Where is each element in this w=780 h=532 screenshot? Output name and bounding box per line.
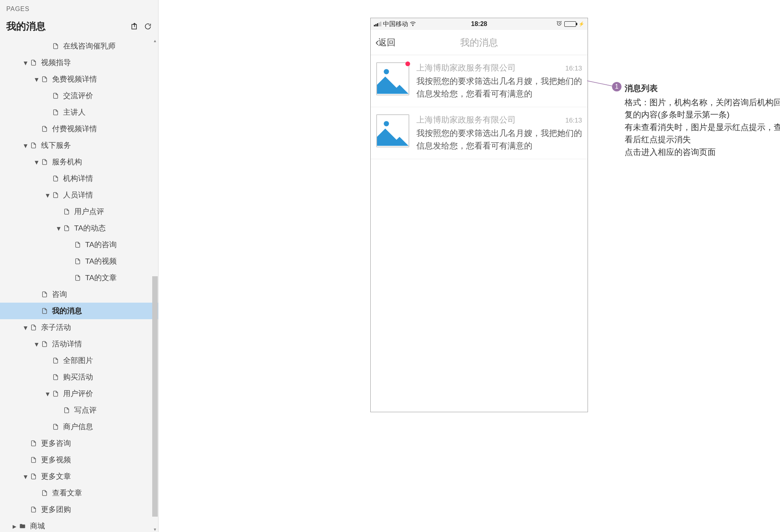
- caret-down-icon[interactable]: ▾: [55, 224, 62, 233]
- scroll-up-arrow[interactable]: ▲: [152, 38, 158, 43]
- tree-item-label: TA的视频: [84, 256, 117, 266]
- file-icon: [51, 109, 60, 115]
- tree-item-2[interactable]: ▾免费视频详情: [0, 71, 158, 87]
- annotation-1: 消息列表 格式：图片，机构名称，关闭咨询后机构回复的内容(多条时显示第一条)有未…: [625, 82, 780, 158]
- tree-item-12[interactable]: TA的咨询: [0, 236, 158, 253]
- tree-item-18[interactable]: ▾活动详情: [0, 336, 158, 352]
- tree-item-label: 我的消息: [50, 306, 82, 316]
- tree-item-29[interactable]: ▸商城: [0, 518, 158, 532]
- message-thumb: [376, 62, 409, 95]
- file-icon: [51, 357, 60, 364]
- alarm-icon: [556, 20, 562, 28]
- tree-item-9[interactable]: ▾人员详情: [0, 187, 158, 203]
- canvas: 中国移动 18:28 ⚡ ‹ 返回 我的消息 上海博助家政服务有限公司16:13…: [159, 0, 780, 532]
- tree-item-17[interactable]: ▾亲子活动: [0, 319, 158, 336]
- svg-line-7: [587, 81, 616, 87]
- pages-header: PAGES: [0, 0, 158, 17]
- tree-item-label: 线下服务: [39, 140, 71, 151]
- tree-item-label: 全部图片: [62, 355, 93, 366]
- annotation-marker-1: 1: [612, 82, 621, 91]
- tree-item-26[interactable]: ▾更多文章: [0, 468, 158, 485]
- tree-item-8[interactable]: 机构详情: [0, 170, 158, 187]
- message-time: 16:13: [565, 117, 582, 125]
- tree-item-11[interactable]: ▾TA的动态: [0, 220, 158, 236]
- caret-right-icon[interactable]: ▸: [11, 522, 18, 531]
- share-icon[interactable]: [131, 22, 138, 30]
- tree-item-label: TA的咨询: [84, 240, 117, 250]
- folder-icon: [18, 523, 27, 529]
- caret-down-icon[interactable]: ▾: [22, 472, 29, 481]
- tree-item-label: 用户点评: [73, 206, 104, 217]
- nav-bar: ‹ 返回 我的消息: [371, 30, 588, 55]
- tree-item-23[interactable]: 商户信息: [0, 419, 158, 435]
- tree-item-16[interactable]: 我的消息: [0, 303, 158, 319]
- annotation-title: 消息列表: [625, 82, 780, 95]
- file-icon: [40, 159, 49, 165]
- caret-down-icon[interactable]: ▾: [22, 58, 29, 67]
- file-icon: [40, 341, 49, 347]
- tree-item-label: 商户信息: [62, 422, 93, 432]
- tree-item-label: 视频指导: [39, 58, 71, 68]
- wifi-icon: [410, 20, 416, 28]
- nav-title: 我的消息: [371, 36, 588, 49]
- tree-item-0[interactable]: 在线咨询催乳师: [0, 38, 158, 54]
- tree-item-22[interactable]: 写点评: [0, 402, 158, 419]
- caret-down-icon[interactable]: ▾: [22, 141, 29, 150]
- tree-item-14[interactable]: TA的文章: [0, 270, 158, 286]
- caret-down-icon[interactable]: ▾: [33, 75, 40, 84]
- charging-icon: ⚡: [578, 21, 584, 27]
- tree-item-label: 更多团购: [39, 504, 71, 515]
- tree-item-6[interactable]: ▾线下服务: [0, 137, 158, 154]
- caret-down-icon[interactable]: ▾: [33, 158, 40, 167]
- back-button[interactable]: ‹ 返回: [375, 36, 396, 48]
- file-icon: [29, 473, 38, 480]
- tree-item-7[interactable]: ▾服务机构: [0, 154, 158, 170]
- tree-item-25[interactable]: 更多视频: [0, 452, 158, 468]
- tree-item-1[interactable]: ▾视频指导: [0, 54, 158, 71]
- refresh-icon[interactable]: [144, 22, 152, 30]
- tree-item-4[interactable]: 主讲人: [0, 104, 158, 121]
- tree-item-19[interactable]: 全部图片: [0, 352, 158, 369]
- tree-item-21[interactable]: ▾用户评价: [0, 385, 158, 402]
- pages-panel: PAGES 我的消息 在线咨询催乳师▾视频指导▾免费视频详情交流评价主讲人付费视…: [0, 0, 159, 532]
- svg-point-6: [384, 121, 389, 126]
- tree-item-label: 写点评: [73, 405, 97, 415]
- file-icon: [73, 258, 82, 264]
- tree-item-3[interactable]: 交流评价: [0, 87, 158, 104]
- caret-down-icon[interactable]: ▾: [44, 191, 51, 200]
- tree-item-label: 在线咨询催乳师: [62, 41, 116, 51]
- tree-item-label: 机构详情: [62, 173, 93, 184]
- file-icon: [29, 457, 38, 463]
- tree-item-label: 商城: [28, 521, 45, 531]
- tree-item-28[interactable]: 更多团购: [0, 501, 158, 518]
- tree-item-27[interactable]: 查看文章: [0, 485, 158, 501]
- signal-icon: [374, 22, 381, 26]
- tree-scrollbar[interactable]: ▲ ▼: [152, 38, 158, 532]
- message-time: 16:13: [565, 65, 582, 73]
- message-row[interactable]: 上海博助家政服务有限公司16:13我按照您的要求筛选出几名月嫂，我把她们的信息发…: [371, 55, 588, 107]
- caret-down-icon[interactable]: ▾: [33, 340, 40, 349]
- file-icon: [51, 192, 60, 198]
- message-thumb: [376, 114, 409, 147]
- file-icon: [51, 374, 60, 380]
- file-icon: [62, 407, 71, 413]
- tree-item-label: 查看文章: [50, 488, 82, 498]
- tree-item-5[interactable]: 付费视频详情: [0, 121, 158, 137]
- tree-item-label: 更多视频: [39, 455, 71, 465]
- tree-item-15[interactable]: 咨询: [0, 286, 158, 303]
- tree-item-label: 更多咨询: [39, 438, 71, 448]
- caret-down-icon[interactable]: ▾: [44, 389, 51, 398]
- tree-item-24[interactable]: 更多咨询: [0, 435, 158, 452]
- tree-item-10[interactable]: 用户点评: [0, 203, 158, 220]
- tree-item-label: 活动详情: [50, 339, 82, 349]
- file-icon: [62, 225, 71, 231]
- caret-down-icon[interactable]: ▾: [22, 323, 29, 332]
- scroll-down-arrow[interactable]: ▼: [152, 526, 158, 532]
- phone-mockup: 中国移动 18:28 ⚡ ‹ 返回 我的消息 上海博助家政服务有限公司16:13…: [370, 18, 588, 412]
- file-icon: [73, 242, 82, 248]
- scrollbar-thumb[interactable]: [152, 276, 158, 517]
- tree-item-label: 亲子活动: [39, 322, 71, 333]
- message-row[interactable]: 上海博助家政服务有限公司16:13我按照您的要求筛选出几名月嫂，我把她们的信息发…: [371, 107, 588, 159]
- tree-item-20[interactable]: 购买活动: [0, 369, 158, 385]
- tree-item-13[interactable]: TA的视频: [0, 253, 158, 270]
